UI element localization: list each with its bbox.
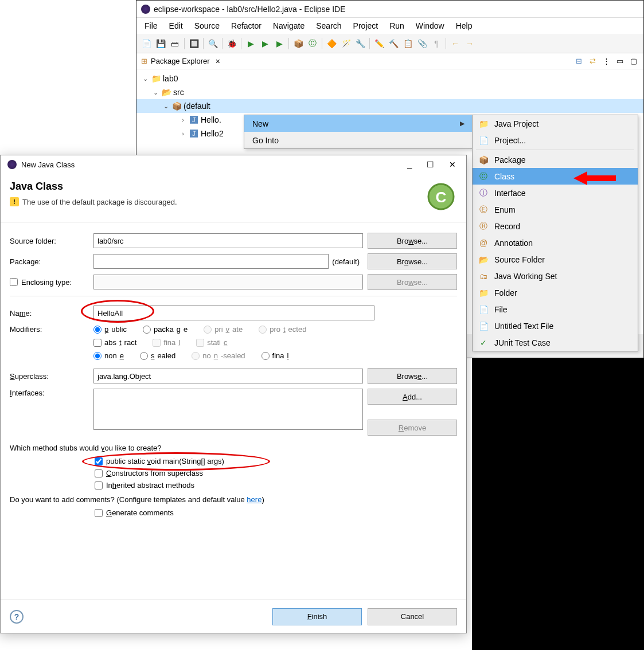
modifier-none[interactable]: none bbox=[93, 351, 124, 360]
package-input[interactable] bbox=[93, 254, 329, 269]
new-pkg-icon[interactable]: 📦 bbox=[292, 37, 305, 50]
submenu-source-folder[interactable]: 📂Source Folder bbox=[473, 251, 638, 268]
submenu-annotation[interactable]: @Annotation bbox=[473, 234, 638, 251]
chevron-right-icon[interactable]: › bbox=[179, 116, 187, 123]
new-icon[interactable]: 📄 bbox=[140, 37, 153, 50]
annotation-icon: @ bbox=[478, 238, 489, 248]
menu-edit[interactable]: Edit bbox=[165, 19, 188, 32]
finish-button[interactable]: Finish bbox=[272, 608, 362, 625]
help-icon[interactable]: ? bbox=[10, 610, 24, 624]
cancel-button[interactable]: Cancel bbox=[368, 608, 457, 625]
menu-file[interactable]: File bbox=[140, 19, 162, 32]
nav2-icon[interactable]: 🔨 bbox=[387, 37, 400, 50]
nav4-icon[interactable]: 📎 bbox=[416, 37, 428, 50]
submenu-package[interactable]: 📦Package bbox=[473, 151, 638, 168]
interfaces-input[interactable] bbox=[93, 389, 363, 430]
browse-button: Browse... bbox=[368, 274, 457, 290]
fwd-icon[interactable]: → bbox=[463, 37, 476, 50]
generate-comments-checkbox[interactable] bbox=[95, 509, 103, 517]
search-icon[interactable]: 🔍 bbox=[206, 37, 219, 50]
menu-refactor[interactable]: Refactor bbox=[227, 19, 266, 32]
here-link[interactable]: here bbox=[247, 495, 261, 504]
browse-button[interactable]: Browse... bbox=[368, 253, 457, 269]
dialog-warning: The use of the default package is discou… bbox=[22, 198, 177, 206]
wand2-icon[interactable]: 🔧 bbox=[354, 37, 366, 50]
coverage-icon[interactable]: ▶ bbox=[259, 37, 271, 50]
add-button[interactable]: Add... bbox=[368, 389, 457, 405]
context-go-into[interactable]: Go Into bbox=[244, 132, 473, 148]
menu-search[interactable]: Search bbox=[311, 19, 346, 32]
run-icon[interactable]: ▶ bbox=[244, 37, 257, 50]
enclosing-checkbox[interactable] bbox=[10, 278, 18, 286]
submenu-separator bbox=[476, 150, 634, 150]
runlast-icon[interactable]: ▶ bbox=[273, 37, 286, 50]
submenu-folder[interactable]: 📁Folder bbox=[473, 284, 638, 301]
wand-icon[interactable]: 🪄 bbox=[339, 37, 352, 50]
java-file-icon: 🅹 bbox=[189, 115, 199, 124]
source-folder-label: Source folder: bbox=[10, 237, 93, 245]
open-task-icon[interactable]: 🔶 bbox=[325, 37, 338, 50]
package-explorer-header: ⊞ Package Explorer × ⊟ ⇄ ⋮ ▭ ▢ bbox=[136, 53, 643, 69]
main-checkbox[interactable] bbox=[95, 457, 103, 465]
tree-label: Hello2 bbox=[201, 129, 224, 138]
minimize-icon[interactable]: ▭ bbox=[615, 56, 625, 66]
submenu-interface[interactable]: ⒾInterface bbox=[473, 185, 638, 201]
submenu-record[interactable]: ⓇRecord bbox=[473, 218, 638, 234]
context-new[interactable]: New ▶ bbox=[244, 115, 473, 132]
maximize-icon[interactable]: ☐ bbox=[427, 160, 434, 169]
submenu-enum[interactable]: ⒺEnum bbox=[473, 201, 638, 218]
modifier-final2[interactable]: final bbox=[261, 351, 289, 360]
constructors-checkbox[interactable] bbox=[95, 469, 103, 477]
name-label: Name: bbox=[10, 309, 93, 318]
saveall-icon[interactable]: 🗃 bbox=[169, 37, 181, 50]
submenu-java-project[interactable]: 📁Java Project bbox=[473, 115, 638, 132]
submenu-untitled[interactable]: 📄Untitled Text File bbox=[473, 318, 638, 334]
menu-source[interactable]: Source bbox=[190, 19, 224, 32]
chevron-down-icon[interactable]: ⌄ bbox=[151, 89, 159, 96]
collapse-icon[interactable]: ⊟ bbox=[573, 56, 584, 66]
tree-default-package[interactable]: ⌄ 📦 (default bbox=[136, 99, 643, 113]
tree-project[interactable]: ⌄ 📁 lab0 bbox=[136, 72, 643, 85]
source-folder-input[interactable] bbox=[93, 233, 363, 248]
minimize-icon[interactable]: ⎯ bbox=[407, 160, 412, 169]
superclass-input[interactable] bbox=[93, 369, 363, 383]
name-input[interactable] bbox=[93, 306, 374, 320]
package-explorer-title: Package Explorer bbox=[151, 57, 210, 65]
new-class-icon[interactable]: Ⓒ bbox=[306, 37, 319, 50]
chevron-right-icon[interactable]: › bbox=[179, 130, 187, 137]
browse-button[interactable]: Browse... bbox=[368, 233, 457, 249]
modifier-public[interactable]: public bbox=[93, 325, 127, 334]
maximize-icon[interactable]: ▢ bbox=[629, 56, 639, 66]
debug-icon[interactable]: 🐞 bbox=[225, 37, 238, 50]
menu-project[interactable]: Project bbox=[349, 19, 383, 32]
nav-icon[interactable]: ✏️ bbox=[373, 37, 385, 50]
menu-help[interactable]: Help bbox=[451, 19, 477, 32]
open-type-icon[interactable]: 🔲 bbox=[188, 37, 200, 50]
submenu-working-set[interactable]: 🗂Java Working Set bbox=[473, 268, 638, 284]
tree-src[interactable]: ⌄ 📂 src bbox=[136, 85, 643, 99]
package-icon: 📦 bbox=[478, 155, 489, 165]
close-icon[interactable]: ✕ bbox=[449, 160, 456, 169]
chevron-down-icon[interactable]: ⌄ bbox=[141, 75, 149, 83]
menu-run[interactable]: Run bbox=[385, 19, 409, 32]
modifier-package[interactable]: package bbox=[143, 325, 188, 334]
submenu-project[interactable]: 📄Project... bbox=[473, 132, 638, 148]
submenu-junit[interactable]: ✓JUnit Test Case bbox=[473, 334, 638, 351]
modifier-sealed[interactable]: sealed bbox=[140, 351, 175, 360]
inherited-checkbox[interactable] bbox=[95, 481, 103, 490]
menu-navigate[interactable]: Navigate bbox=[268, 19, 309, 32]
chevron-down-icon[interactable]: ⌄ bbox=[162, 103, 170, 110]
browse-button[interactable]: Browse... bbox=[368, 368, 457, 384]
file-icon: 📄 bbox=[478, 305, 489, 314]
menu-window[interactable]: Window bbox=[411, 19, 449, 32]
submenu-file[interactable]: 📄File bbox=[473, 301, 638, 318]
pilcrow-icon[interactable]: ¶ bbox=[430, 37, 443, 50]
link-icon[interactable]: ⇄ bbox=[587, 56, 598, 66]
nav3-icon[interactable]: 📋 bbox=[401, 37, 414, 50]
save-icon[interactable]: 💾 bbox=[154, 37, 167, 50]
back-icon[interactable]: ← bbox=[449, 37, 462, 50]
close-view-icon[interactable]: × bbox=[213, 57, 223, 66]
class-logo-icon: C bbox=[425, 181, 457, 213]
modifier-abstract[interactable]: abstract bbox=[93, 338, 136, 347]
view-menu-icon[interactable]: ⋮ bbox=[601, 56, 611, 66]
